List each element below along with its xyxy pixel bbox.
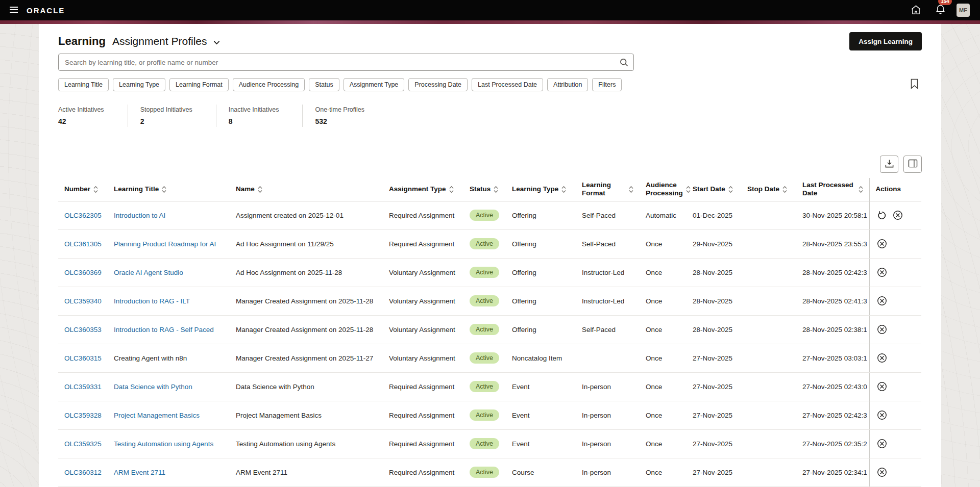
learning-title-link[interactable]: Data Science with Python [114,383,192,391]
notifications-button[interactable]: 154 [933,1,948,19]
cancel-button[interactable] [876,466,888,478]
cell-assignment-type: Voluntary Assignment [383,315,463,344]
cell-status: Active [463,229,506,258]
cell-stop-date [741,429,796,458]
columns-button[interactable] [903,156,922,173]
number-link[interactable]: OLC360312 [64,469,102,476]
page-title: Learning [58,35,106,48]
assign-learning-button[interactable]: Assign Learning [849,32,922,50]
cell-name: Ad Hoc Assignment on 2025-11-28 [230,258,383,287]
column-label: Learning Type [512,185,558,193]
sort-icon [494,186,498,193]
search-icon[interactable] [620,58,628,67]
filter-chip[interactable]: Learning Type [113,78,165,91]
learning-title-link[interactable]: Project Management Basics [114,412,200,419]
cell-start-date: 27-Nov-2025 [687,372,741,401]
cell-audience-processing: Once [640,344,687,372]
undo-icon [877,211,887,220]
learning-title-link[interactable]: Testing Automation using Agents [114,440,213,448]
undo-button[interactable] [876,210,888,221]
column-header[interactable]: Status [463,178,506,201]
cell-status: Active [463,258,506,287]
page-subtitle[interactable]: Assignment Profiles [112,35,207,47]
filter-chip[interactable]: Learning Title [58,78,109,91]
column-header[interactable]: Learning Title [108,178,230,201]
learning-title-link[interactable]: Planning Product Roadmap for AI [114,240,216,248]
cell-start-date: 27-Nov-2025 [687,344,741,372]
cell-number: OLC360369 [58,258,108,287]
column-header[interactable]: Learning Type [506,178,576,201]
column-header[interactable]: Stop Date [741,178,796,201]
stat-block: One-time Profiles532 [302,105,388,127]
table-row: OLC361305Planning Product Roadmap for AI… [58,229,921,258]
search-bar [58,54,634,71]
cell-last-processed: 28-Nov-2025 02:42:3 [796,258,869,287]
cell-start-date: 27-Nov-2025 [687,458,741,486]
learning-title-link[interactable]: ARM Event 2711 [114,469,165,476]
search-input[interactable] [58,54,634,71]
column-header[interactable]: Learning Format [576,178,640,201]
learning-title-link[interactable]: Introduction to RAG - ILT [114,297,190,305]
number-link[interactable]: OLC360315 [64,354,102,362]
learning-title-link[interactable]: Introduction to RAG - Self Paced [114,326,214,334]
number-link[interactable]: OLC359328 [64,412,102,419]
number-link[interactable]: OLC360369 [64,269,102,276]
number-link[interactable]: OLC359340 [64,297,102,305]
column-header[interactable]: Number [58,178,108,201]
download-button[interactable] [880,156,898,173]
cell-stop-date [741,372,796,401]
cancel-button[interactable] [876,380,888,393]
filter-chip[interactable]: Audience Processing [233,78,305,91]
assignments-table: NumberLearning TitleNameAssignment TypeS… [58,178,921,487]
cell-status: Active [463,201,506,229]
cancel-button[interactable] [876,266,888,278]
number-link[interactable]: OLC361305 [64,240,102,248]
cancel-button[interactable] [876,295,888,307]
cell-actions [869,201,921,229]
status-badge: Active [470,295,499,306]
filter-chip[interactable]: Assignment Type [344,78,405,91]
column-label: Last Processed Date [802,181,855,197]
cancel-icon [877,410,887,420]
learning-title-link[interactable]: Introduction to AI [114,212,165,219]
cell-assignment-type: Voluntary Assignment [383,344,463,372]
cell-status: Active [463,458,506,486]
cancel-button[interactable] [876,238,888,250]
cell-last-processed: 27-Nov-2025 03:03:1 [796,344,869,372]
learning-title-link[interactable]: Oracle AI Agent Studio [114,269,183,276]
sort-icon [782,186,787,193]
chevron-down-icon[interactable] [213,40,220,45]
table-toolbar [58,156,922,173]
cancel-button[interactable] [876,352,888,364]
bookmark-icon [910,79,919,91]
filter-chip[interactable]: Last Processed Date [472,78,543,91]
cell-learning-format: Self-Paced [576,229,640,258]
filter-chip[interactable]: Status [309,78,339,91]
home-button[interactable] [908,2,924,19]
main-content: Learning Assignment Profiles Assign Lear… [39,24,941,487]
cancel-button[interactable] [876,323,888,336]
menu-button[interactable] [6,3,21,18]
column-header[interactable]: Assignment Type [383,178,463,201]
cancel-button[interactable] [876,409,888,421]
column-header[interactable]: Audience Processing [640,178,687,201]
filter-chip[interactable]: Processing Date [408,78,468,91]
cell-learning-title: Project Management Basics [108,401,230,429]
number-link[interactable]: OLC359325 [64,440,102,448]
number-link[interactable]: OLC359331 [64,383,102,391]
filter-chip[interactable]: Learning Format [169,78,229,91]
number-link[interactable]: OLC362305 [64,212,102,219]
number-link[interactable]: OLC360353 [64,326,102,334]
stat-label: Active Initiatives [58,106,104,113]
filter-chip[interactable]: Attribution [547,78,588,91]
cell-start-date: 28-Nov-2025 [687,315,741,344]
column-header[interactable]: Name [230,178,383,201]
avatar[interactable]: MF [957,4,970,17]
column-header[interactable]: Last Processed Date [796,178,869,201]
filter-chip[interactable]: Filters [592,78,622,91]
bookmark-button[interactable] [909,78,920,92]
cancel-button[interactable] [892,209,904,221]
column-header[interactable]: Start Date [687,178,741,201]
cell-name: Project Management Basics [230,401,383,429]
cancel-button[interactable] [876,438,888,450]
